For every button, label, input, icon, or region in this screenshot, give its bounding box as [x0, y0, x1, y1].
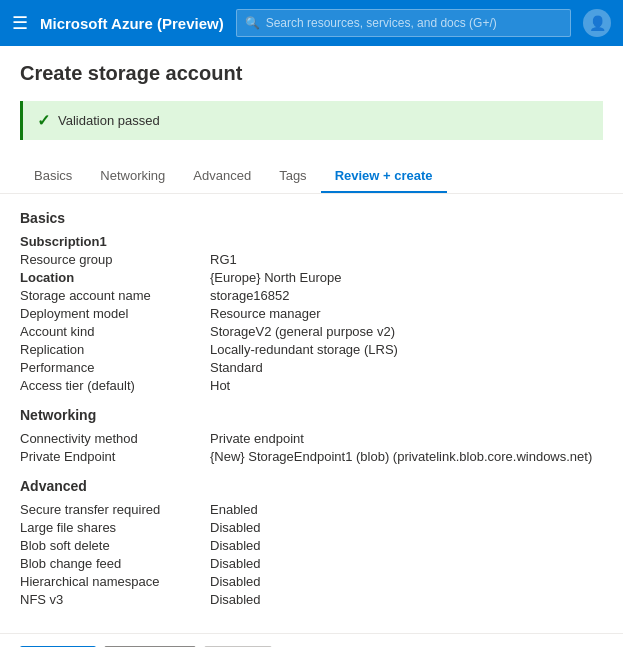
search-bar[interactable]: 🔍 Search resources, services, and docs (… — [236, 9, 571, 37]
field-account-kind: Account kind StorageV2 (general purpose … — [20, 324, 603, 339]
access-tier-label: Access tier (default) — [20, 378, 210, 393]
field-deployment-model: Deployment model Resource manager — [20, 306, 603, 321]
location-value: {Europe} North Europe — [210, 270, 603, 285]
review-content: Basics Subscription1 Resource group RG1 … — [0, 194, 623, 633]
tab-networking[interactable]: Networking — [86, 160, 179, 193]
account-kind-label: Account kind — [20, 324, 210, 339]
resource-group-label: Resource group — [20, 252, 210, 267]
field-performance: Performance Standard — [20, 360, 603, 375]
field-storage-account-name: Storage account name storage16852 — [20, 288, 603, 303]
hamburger-icon[interactable]: ☰ — [12, 12, 28, 34]
app-title: Microsoft Azure (Preview) — [40, 15, 224, 32]
access-tier-value: Hot — [210, 378, 603, 393]
tab-tags[interactable]: Tags — [265, 160, 320, 193]
large-file-shares-value: Disabled — [210, 520, 603, 535]
topbar: ☰ Microsoft Azure (Preview) 🔍 Search res… — [0, 0, 623, 46]
field-replication: Replication Locally-redundant storage (L… — [20, 342, 603, 357]
location-label: Location — [20, 270, 210, 285]
search-icon: 🔍 — [245, 16, 260, 30]
field-nfs-v3: NFS v3 Disabled — [20, 592, 603, 607]
resource-group-value: RG1 — [210, 252, 603, 267]
field-private-endpoint: Private Endpoint {New} StorageEndpoint1 … — [20, 449, 603, 464]
search-placeholder: Search resources, services, and docs (G+… — [266, 16, 497, 30]
field-blob-change-feed: Blob change feed Disabled — [20, 556, 603, 571]
validation-message: Validation passed — [58, 113, 160, 128]
networking-section-title: Networking — [20, 407, 603, 423]
advanced-section: Advanced Secure transfer required Enable… — [20, 478, 603, 607]
footer: Create < Previous Next > Download a temp… — [0, 633, 623, 647]
field-connectivity-method: Connectivity method Private endpoint — [20, 431, 603, 446]
blob-change-feed-label: Blob change feed — [20, 556, 210, 571]
nfs-v3-value: Disabled — [210, 592, 603, 607]
avatar[interactable]: 👤 — [583, 9, 611, 37]
performance-value: Standard — [210, 360, 603, 375]
field-location: Location {Europe} North Europe — [20, 270, 603, 285]
connectivity-method-label: Connectivity method — [20, 431, 210, 446]
secure-transfer-label: Secure transfer required — [20, 502, 210, 517]
tab-review-create[interactable]: Review + create — [321, 160, 447, 193]
field-subscription: Subscription1 — [20, 234, 603, 249]
deployment-model-value: Resource manager — [210, 306, 603, 321]
networking-section: Networking Connectivity method Private e… — [20, 407, 603, 464]
tabs-bar: Basics Networking Advanced Tags Review +… — [0, 160, 623, 194]
page-container: Create storage account ✓ Validation pass… — [0, 46, 623, 647]
page-title: Create storage account — [0, 46, 623, 93]
field-resource-group: Resource group RG1 — [20, 252, 603, 267]
field-access-tier: Access tier (default) Hot — [20, 378, 603, 393]
field-secure-transfer: Secure transfer required Enabled — [20, 502, 603, 517]
validation-banner: ✓ Validation passed — [20, 101, 603, 140]
tab-basics[interactable]: Basics — [20, 160, 86, 193]
replication-label: Replication — [20, 342, 210, 357]
advanced-section-title: Advanced — [20, 478, 603, 494]
hierarchical-namespace-value: Disabled — [210, 574, 603, 589]
field-hierarchical-namespace: Hierarchical namespace Disabled — [20, 574, 603, 589]
blob-soft-delete-label: Blob soft delete — [20, 538, 210, 553]
secure-transfer-value: Enabled — [210, 502, 603, 517]
private-endpoint-label: Private Endpoint — [20, 449, 210, 464]
nfs-v3-label: NFS v3 — [20, 592, 210, 607]
private-endpoint-value: {New} StorageEndpoint1 (blob) (privateli… — [210, 449, 603, 464]
blob-change-feed-value: Disabled — [210, 556, 603, 571]
basics-section-title: Basics — [20, 210, 603, 226]
performance-label: Performance — [20, 360, 210, 375]
basics-section: Basics Subscription1 Resource group RG1 … — [20, 210, 603, 393]
checkmark-icon: ✓ — [37, 111, 50, 130]
subscription-label: Subscription1 — [20, 234, 210, 249]
blob-soft-delete-value: Disabled — [210, 538, 603, 553]
tab-advanced[interactable]: Advanced — [179, 160, 265, 193]
account-kind-value: StorageV2 (general purpose v2) — [210, 324, 603, 339]
storage-account-name-label: Storage account name — [20, 288, 210, 303]
field-large-file-shares: Large file shares Disabled — [20, 520, 603, 535]
connectivity-method-value: Private endpoint — [210, 431, 603, 446]
replication-value: Locally-redundant storage (LRS) — [210, 342, 603, 357]
large-file-shares-label: Large file shares — [20, 520, 210, 535]
storage-account-name-value: storage16852 — [210, 288, 603, 303]
hierarchical-namespace-label: Hierarchical namespace — [20, 574, 210, 589]
field-blob-soft-delete: Blob soft delete Disabled — [20, 538, 603, 553]
deployment-model-label: Deployment model — [20, 306, 210, 321]
avatar-icon: 👤 — [589, 15, 606, 31]
